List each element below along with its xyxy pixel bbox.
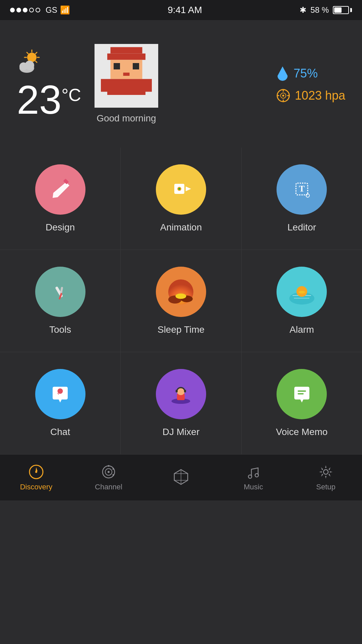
svg-text:T: T (299, 184, 305, 194)
svg-point-71 (323, 470, 328, 474)
nav-setup[interactable]: Setup (306, 464, 346, 491)
design-icon (35, 164, 85, 215)
app-cell-leditor[interactable]: T Leditor (242, 148, 362, 250)
tools-label: Tools (49, 324, 71, 335)
status-time: 9:41 AM (168, 5, 202, 15)
discovery-nav-icon (28, 464, 44, 480)
weather-section: 23 °C Good morning (0, 20, 362, 148)
status-left: GS 📶 (10, 5, 70, 15)
setup-nav-label: Setup (316, 483, 336, 491)
pressure-icon (276, 89, 290, 103)
music-nav-label: Music (244, 483, 263, 491)
pixel-avatar (95, 44, 158, 108)
svg-line-7 (36, 52, 37, 54)
nav-music[interactable]: Music (233, 464, 274, 491)
svg-point-62 (108, 471, 110, 473)
djmixer-label: DJ Mixer (163, 427, 199, 437)
battery-percent: 58 % (310, 5, 329, 15)
svg-point-65 (113, 474, 114, 476)
status-right: ✱ 58 % (300, 5, 352, 15)
weather-left: 23 °C (17, 48, 81, 120)
humidity-value: 75% (294, 66, 318, 80)
leditor-icon: T (277, 164, 327, 215)
svg-rect-55 (298, 390, 306, 392)
temperature-display: 23 °C (17, 79, 81, 120)
signal-dot-3 (23, 8, 27, 12)
pressure-value: 1023 hpa (295, 89, 345, 103)
svg-rect-20 (101, 79, 107, 92)
svg-rect-53 (176, 390, 178, 392)
app-cell-animation[interactable]: Animation (121, 148, 241, 250)
svg-point-70 (255, 474, 258, 477)
temp-value: 23 (17, 79, 61, 120)
svg-rect-14 (107, 54, 145, 60)
svg-point-69 (248, 475, 252, 478)
status-bar: GS 📶 9:41 AM ✱ 58 % (0, 0, 362, 20)
bottom-nav: Discovery Channel Music (0, 454, 362, 500)
app-cell-chat[interactable]: Chat (0, 352, 120, 454)
svg-rect-56 (298, 393, 304, 394)
svg-rect-21 (145, 79, 152, 92)
app-cell-tools[interactable]: Tools (0, 250, 120, 352)
svg-point-11 (25, 61, 34, 70)
bluetooth-icon: ✱ (300, 5, 306, 15)
svg-rect-13 (110, 47, 142, 54)
svg-rect-17 (133, 63, 139, 69)
svg-rect-19 (107, 79, 145, 95)
svg-point-63 (108, 465, 110, 467)
nav-box[interactable] (161, 468, 201, 488)
greeting-text: Good morning (97, 113, 156, 124)
svg-rect-18 (123, 73, 129, 76)
design-label: Design (46, 222, 75, 233)
svg-marker-33 (186, 186, 191, 191)
svg-point-48 (298, 291, 305, 293)
voicememo-label: Voice Memo (276, 427, 327, 437)
weather-icon (17, 48, 81, 76)
box-nav-icon (172, 468, 190, 485)
app-grid: Design Animation T Leditor (0, 148, 362, 454)
temp-unit: °C (61, 86, 81, 104)
discovery-nav-label: Discovery (20, 483, 53, 491)
channel-nav-icon (101, 464, 117, 480)
carrier-text: GS (46, 5, 57, 15)
app-cell-alarm[interactable]: Alarm (242, 250, 362, 352)
music-nav-icon (245, 464, 261, 480)
leditor-label: Leditor (288, 222, 316, 233)
animation-icon (156, 164, 206, 215)
svg-point-43 (176, 293, 186, 299)
app-cell-djmixer[interactable]: DJ Mixer (121, 352, 241, 454)
avatar-center: Good morning (95, 44, 158, 124)
signal-dot-2 (16, 8, 21, 12)
alarm-label: Alarm (290, 324, 314, 335)
svg-marker-58 (36, 467, 38, 471)
signal-dot-5 (36, 8, 40, 12)
svg-rect-29 (63, 178, 69, 184)
alarm-icon (277, 267, 327, 317)
svg-rect-16 (114, 63, 120, 69)
tools-icon (35, 267, 85, 317)
nav-channel[interactable]: Channel (88, 464, 129, 491)
voicememo-icon (277, 369, 327, 419)
svg-line-5 (27, 52, 28, 54)
app-cell-voicememo[interactable]: Voice Memo (242, 352, 362, 454)
svg-point-28 (282, 95, 284, 97)
setup-nav-icon (318, 464, 334, 480)
pressure-row: 1023 hpa (276, 89, 345, 103)
signal-dot-4 (29, 8, 34, 12)
chat-label: Chat (50, 427, 70, 437)
channel-nav-label: Channel (95, 483, 122, 491)
battery-icon (333, 6, 352, 14)
svg-point-0 (27, 53, 37, 62)
app-cell-design[interactable]: Design (0, 148, 120, 250)
app-cell-sleeptime[interactable]: Sleep Time (121, 250, 241, 352)
animation-label: Animation (160, 222, 202, 233)
chat-icon (35, 369, 85, 419)
sleeptime-label: Sleep Time (158, 324, 204, 335)
humidity-row: 75% (276, 65, 345, 82)
svg-line-6 (36, 61, 37, 62)
signal-dot-1 (10, 8, 15, 12)
nav-discovery[interactable]: Discovery (16, 464, 56, 491)
svg-point-32 (178, 188, 180, 190)
sun-cloud-icon (17, 48, 50, 75)
svg-point-59 (35, 471, 37, 473)
